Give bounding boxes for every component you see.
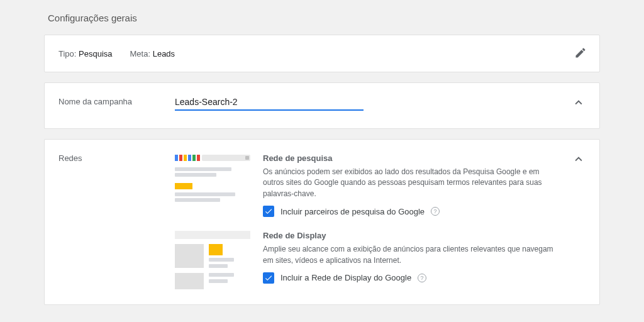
page-title: Configurações gerais <box>48 13 600 23</box>
display-network-description: Amplie seu alcance com a exibição de anú… <box>263 244 560 266</box>
campaign-name-input[interactable] <box>175 94 364 111</box>
networks-card: Redes <box>44 139 600 305</box>
display-network-heading: Rede de Display <box>263 231 560 240</box>
display-network-checkbox[interactable] <box>263 272 274 284</box>
display-network-checkbox-label: Incluir a Rede de Display do Google <box>280 273 411 282</box>
goal-group: Meta: Leads <box>130 49 175 58</box>
chevron-up-icon[interactable] <box>572 96 586 109</box>
type-group: Tipo: Pesquisa <box>58 49 113 58</box>
campaign-name-label: Nome da campanha <box>58 94 175 106</box>
networks-section-label: Redes <box>58 153 175 289</box>
search-partners-checkbox-label: Incluir parceiros de pesquisa do Google <box>280 207 425 216</box>
type-label: Tipo: <box>58 49 76 58</box>
summary-card: Tipo: Pesquisa Meta: Leads <box>44 35 600 72</box>
search-network-row: Rede de pesquisa Os anúncios podem ser e… <box>175 153 586 217</box>
display-network-row: Rede de Display Amplie seu alcance com a… <box>175 231 586 289</box>
search-network-illustration <box>175 153 250 217</box>
help-icon[interactable]: ? <box>418 274 426 282</box>
search-partners-checkbox[interactable] <box>263 206 274 217</box>
search-network-description: Os anúncios podem ser exibidos ao lado d… <box>263 167 560 199</box>
help-icon[interactable]: ? <box>431 207 440 216</box>
type-value: Pesquisa <box>79 49 112 58</box>
goal-label: Meta: <box>130 49 151 58</box>
edit-icon[interactable] <box>574 47 587 59</box>
display-network-illustration <box>175 231 250 289</box>
chevron-up-icon[interactable] <box>572 152 586 166</box>
goal-value: Leads <box>153 49 175 58</box>
campaign-name-card: Nome da campanha <box>44 82 600 129</box>
search-network-heading: Rede de pesquisa <box>263 153 560 163</box>
